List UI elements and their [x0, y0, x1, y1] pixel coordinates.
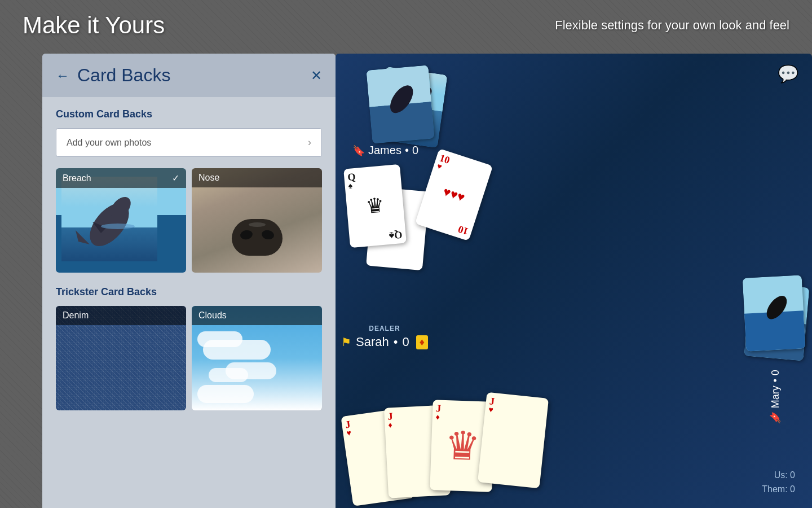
- trickster-card-grid: Denim Clouds: [56, 306, 322, 410]
- nostril-right: [261, 229, 274, 240]
- card-backs-panel: ← Card Backs ✕ Custom Card Backs Add you…: [42, 54, 336, 508]
- them-value: 0: [790, 484, 795, 494]
- cloud-2: [197, 331, 242, 347]
- mary-name: Mary: [770, 386, 782, 408]
- trump-suit: ♦: [416, 335, 428, 349]
- cloud-5: [197, 385, 254, 403]
- us-value: 0: [790, 470, 795, 480]
- deck-card-2-inner: [367, 65, 435, 143]
- card-back-clouds[interactable]: Clouds: [192, 306, 322, 410]
- close-button[interactable]: ✕: [311, 68, 322, 84]
- player-mary: 🔖 Mary • 0: [744, 268, 806, 428]
- custom-card-grid: Breach ✓: [56, 168, 322, 273]
- mary-card-2: [743, 275, 806, 351]
- sarah-score: 0: [402, 335, 409, 349]
- hand-cards: J ♥ J ♦ J ♦ ♛ J ♥: [341, 384, 736, 508]
- sarah-flag-icon: ⚑: [341, 335, 351, 349]
- cards-play-area: Q ♠ ♛ Q♠ 4 ♠ ♠♠ 10 ♥ ♥♥♥ 10: [347, 167, 629, 336]
- player-james: 🔖 James • 0: [352, 144, 418, 161]
- mary-bookmark-icon: 🔖: [769, 411, 782, 424]
- add-photos-label: Add your own photos: [67, 138, 151, 148]
- deck-whale-art-2: [367, 65, 435, 143]
- qs-center: ♛: [365, 194, 385, 219]
- player-sarah: ⚑ Sarah • 0 ♦: [341, 335, 428, 349]
- 10h-center: ♥♥♥: [441, 185, 466, 205]
- panel-header: ← Card Backs ✕: [42, 54, 336, 97]
- mary-cards: [744, 268, 806, 364]
- sarah-name: Sarah: [356, 335, 389, 349]
- hand-card-jh-3[interactable]: J ♥: [478, 392, 549, 489]
- trickster-section-title: Trickster Card Backs: [56, 286, 322, 298]
- james-score: 0: [412, 144, 418, 157]
- james-separator: •: [405, 144, 409, 157]
- card-back-breach[interactable]: Breach ✓: [56, 168, 186, 273]
- custom-section-title: Custom Card Backs: [56, 108, 322, 120]
- chevron-right-icon: ›: [308, 137, 311, 148]
- sarah-separator: •: [394, 335, 398, 349]
- ten-of-hearts: 10 ♥ ♥♥♥ 10: [415, 148, 493, 241]
- qs-rank-bottom: Q♠: [389, 230, 403, 241]
- dealer-label: DEALER: [341, 325, 428, 332]
- panel-header-left: ← Card Backs: [56, 65, 170, 86]
- mary-separator: •: [770, 379, 782, 382]
- mary-label: 🔖 Mary • 0: [769, 370, 782, 424]
- game-area: 💬: [336, 54, 812, 508]
- mary-score: 0: [770, 370, 782, 375]
- james-name: James: [368, 144, 401, 157]
- queen-of-spades: Q ♠ ♛ Q♠: [343, 164, 407, 248]
- add-photos-button[interactable]: Add your own photos ›: [56, 128, 322, 157]
- whale-illustration: [61, 177, 157, 261]
- nostril-left: [239, 229, 253, 240]
- panel-content: Custom Card Backs Add your own photos › …: [42, 97, 336, 506]
- chat-icon[interactable]: 💬: [778, 64, 798, 84]
- denim-label: Denim: [56, 306, 186, 325]
- breach-label: Breach ✓: [56, 168, 186, 188]
- page-title: Make it Yours: [23, 12, 165, 39]
- clouds-label: Clouds: [192, 306, 322, 325]
- card-back-denim[interactable]: Denim: [56, 306, 186, 410]
- svg-point-6: [101, 224, 135, 229]
- 10h-rank-bottom: 10: [457, 224, 470, 237]
- them-label: Them:: [762, 484, 787, 494]
- score-area: Us: 0 Them: 0: [762, 468, 795, 497]
- header: Make it Yours Flexible settings for your…: [0, 0, 812, 51]
- jd-suit: ♦: [435, 413, 491, 423]
- deck-area: [364, 65, 465, 138]
- panel-title: Card Backs: [77, 65, 170, 86]
- page-subtitle: Flexible settings for your own look and …: [555, 18, 789, 33]
- deck-card-2: [367, 65, 435, 143]
- mary-card-art-2: [743, 275, 806, 351]
- cloud-4: [209, 368, 248, 382]
- card-back-nose[interactable]: Nose: [192, 168, 322, 273]
- selected-checkmark: ✓: [172, 173, 179, 183]
- dealer-area: DEALER ⚑ Sarah • 0 ♦: [341, 325, 428, 349]
- nose-label: Nose: [192, 168, 322, 187]
- them-score: Them: 0: [762, 482, 795, 497]
- us-label: Us:: [774, 470, 788, 480]
- nose-highlight: [249, 222, 266, 227]
- james-label: 🔖 James • 0: [352, 144, 418, 157]
- james-bookmark-icon: 🔖: [352, 144, 365, 157]
- us-score: Us: 0: [762, 468, 795, 483]
- dog-nose: [232, 219, 283, 256]
- back-button[interactable]: ←: [56, 68, 69, 84]
